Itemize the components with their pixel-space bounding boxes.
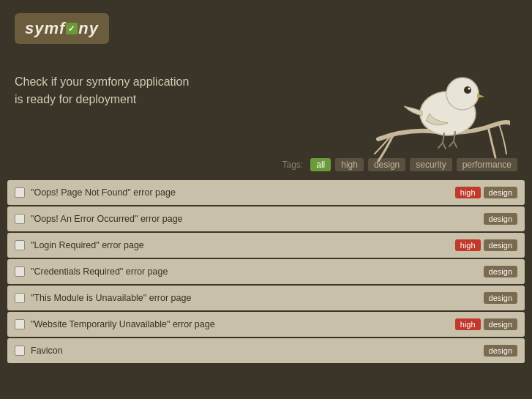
badge-high: high [455,239,481,251]
logo-text: symfny [25,19,99,38]
checklist-item: "Login Required" error pagehighdesign [7,233,525,258]
checklist-item: "Credentials Required" error pagedesign [7,259,525,284]
checklist-checkbox[interactable] [15,240,25,250]
logo-checkmark-icon [66,23,78,34]
checklist-checkbox[interactable] [15,266,25,277]
badge-high: high [455,187,481,198]
checklist: "Oops! Page Not Found" error pagehighdes… [7,180,525,363]
bird-svg [364,7,510,168]
svg-point-1 [446,78,479,110]
checklist-item-tags: highdesign [455,318,517,330]
badge-design: design [484,318,517,330]
checklist-item-label: "Website Temporarily Unavailable" error … [31,319,215,329]
checklist-item-left: "Oops! Page Not Found" error page [15,187,176,198]
tags-label: Tags: [282,160,304,170]
checklist-item-left: "Credentials Required" error page [15,266,168,277]
checklist-checkbox[interactable] [15,319,25,329]
logo: symfny [15,13,109,44]
bird-illustration [364,7,510,168]
checklist-item-left: "Website Temporarily Unavailable" error … [15,319,215,329]
checklist-item-label: "Oops! Page Not Found" error page [31,187,176,198]
logo-part1: symf [25,19,65,38]
intro-line2: is ready for deployment [15,91,263,108]
logo-part2: ny [78,19,99,38]
checklist-item: "Website Temporarily Unavailable" error … [7,312,525,337]
badge-design: design [484,266,517,277]
svg-point-2 [464,86,471,94]
checklist-item: "This Module is Unavailable" error paged… [7,286,525,310]
checklist-checkbox[interactable] [15,187,25,198]
checklist-item-left: "This Module is Unavailable" error page [15,293,191,303]
tag-high[interactable]: high [335,158,364,171]
checklist-item-tags: design [484,213,517,225]
checklist-checkbox[interactable] [15,346,25,356]
checklist-item-tags: design [484,292,517,304]
checklist-item-left: "Login Required" error page [15,240,144,250]
checklist-item-tags: design [484,266,517,277]
checklist-item-left: Favicon [15,346,63,356]
badge-design: design [484,213,517,225]
checklist-item-label: "Login Required" error page [31,240,144,250]
checklist-item-tags: highdesign [455,187,517,198]
intro-text: Check if your symfony application is rea… [0,51,278,116]
svg-point-3 [468,88,471,90]
checklist-item: Favicondesign [7,338,525,363]
checklist-item-label: Favicon [31,346,63,356]
badge-design: design [484,345,517,357]
badge-design: design [484,187,517,198]
checklist-item-label: "Credentials Required" error page [31,266,168,277]
checklist-item-left: "Oops! An Error Occurred" error page [15,214,183,224]
intro-line1: Check if your symfony application [15,73,263,91]
badge-design: design [484,292,517,304]
badge-design: design [484,239,517,251]
badge-high: high [455,318,481,330]
checklist-item-tags: design [484,345,517,357]
checklist-item-tags: highdesign [455,239,517,251]
checklist-item-label: "This Module is Unavailable" error page [31,293,191,303]
checklist-item-label: "Oops! An Error Occurred" error page [31,214,183,224]
checklist-checkbox[interactable] [15,293,25,303]
checklist-checkbox[interactable] [15,214,25,224]
checklist-item: "Oops! Page Not Found" error pagehighdes… [7,180,525,205]
checklist-item: "Oops! An Error Occurred" error pagedesi… [7,206,525,231]
tag-all[interactable]: all [310,158,331,171]
